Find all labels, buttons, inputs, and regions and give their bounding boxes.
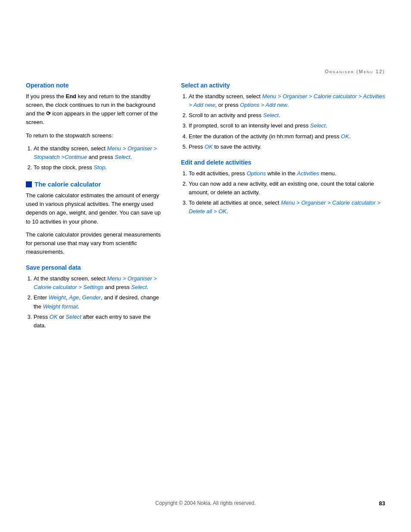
page-number: 83 [379,500,385,507]
list-item: If prompted, scroll to an intensity leve… [189,121,385,130]
edit-delete-activities-list: To edit activities, press Options while … [189,169,385,216]
blue-box-icon [26,181,32,187]
calorie-calculator-body2: The calorie calculator provides general … [26,230,164,256]
save-personal-data-list: At the standby screen, select Menu > Org… [34,274,164,330]
calorie-calculator-section: The calorie calculator The calorie calcu… [26,180,164,256]
list-item: To delete all activities at once, select… [189,199,385,216]
list-item: You can now add a new activity, edit an … [189,180,385,197]
operation-note-section: Operation note If you press the End key … [26,82,164,172]
calorie-calculator-heading: The calorie calculator [26,180,164,188]
footer-copyright: Copyright © 2004 Nokia. All rights reser… [156,500,256,506]
save-personal-data-section: Save personal data At the standby screen… [26,264,164,330]
operation-note-heading: Operation note [26,82,164,89]
list-item: At the standby screen, select Menu > Org… [34,144,164,162]
edit-delete-activities-section: Edit and delete activities To edit activ… [181,159,385,216]
list-item: To stop the clock, press Stop. [34,163,164,172]
save-personal-data-heading: Save personal data [26,264,164,271]
breadcrumb: Organiser (Menu 12) [325,69,385,74]
list-item: At the standby screen, select Menu > Org… [34,274,164,292]
left-column: Operation note If you press the End key … [26,82,164,338]
content-area: Operation note If you press the End key … [26,82,385,338]
select-activity-list: At the standby screen, select Menu > Org… [189,92,385,151]
right-column: Select an activity At the standby screen… [181,82,385,338]
list-item: Press OK to save the activity. [189,143,385,151]
page-container: Organiser (Menu 12) Operation note If yo… [0,0,411,532]
operation-note-body2: To return to the stopwatch screens: [26,131,164,140]
list-item: At the standby screen, select Menu > Org… [189,92,385,109]
calorie-calculator-body1: The calorie calculator estimates the amo… [26,191,164,226]
footer: Copyright © 2004 Nokia. All rights reser… [26,500,385,506]
list-item: Press OK or Select after each entry to s… [34,313,164,330]
breadcrumb-text: Organiser (Menu 12) [325,69,385,74]
operation-note-body1: If you press the End key and return to t… [26,92,164,127]
list-item: Enter the duration of the activity (in h… [189,132,385,141]
list-item: To edit activities, press Options while … [189,169,385,178]
edit-delete-activities-heading: Edit and delete activities [181,159,385,166]
list-item: Enter Weight, Age, Gender, and if desire… [34,293,164,311]
select-activity-section: Select an activity At the standby screen… [181,82,385,151]
list-item: Scroll to an activity and press Select. [189,111,385,120]
select-activity-heading: Select an activity [181,82,385,89]
operation-note-list: At the standby screen, select Menu > Org… [34,144,164,172]
